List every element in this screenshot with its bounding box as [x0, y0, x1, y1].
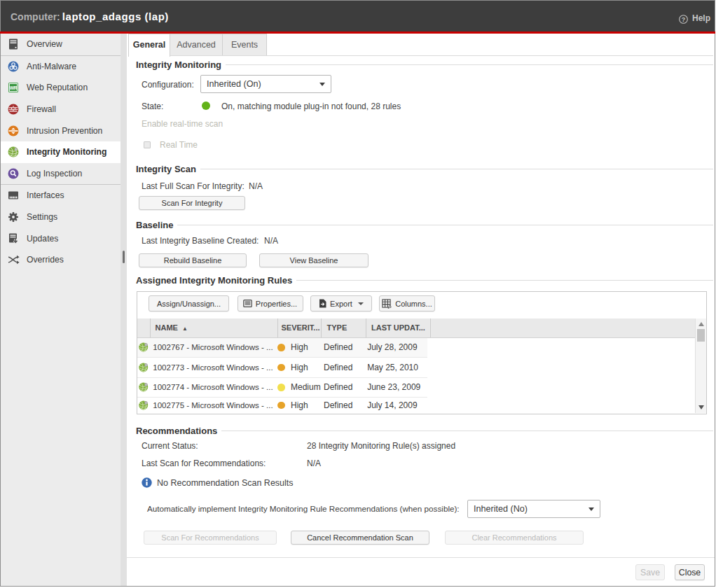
svg-text:?: ? — [682, 15, 686, 22]
svg-text:WR: WR — [10, 85, 18, 90]
